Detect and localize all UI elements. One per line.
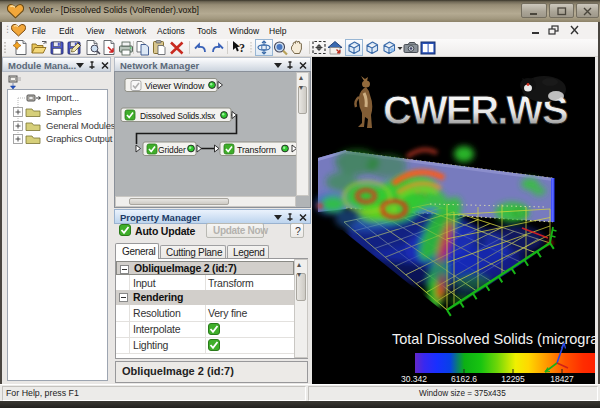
svg-text:Gridder: Gridder (158, 145, 186, 155)
svg-text:Viewer Window: Viewer Window (145, 81, 205, 91)
svg-text:30.342: 30.342 (401, 374, 427, 384)
svg-text:6162.6: 6162.6 (451, 374, 477, 384)
svg-text:?: ? (239, 41, 245, 55)
svg-text:18427: 18427 (550, 374, 574, 384)
svg-text:12295: 12295 (501, 374, 525, 384)
svg-text:Dissolved Solids.xlsx: Dissolved Solids.xlsx (140, 111, 216, 121)
svg-text:Transform: Transform (237, 145, 276, 155)
